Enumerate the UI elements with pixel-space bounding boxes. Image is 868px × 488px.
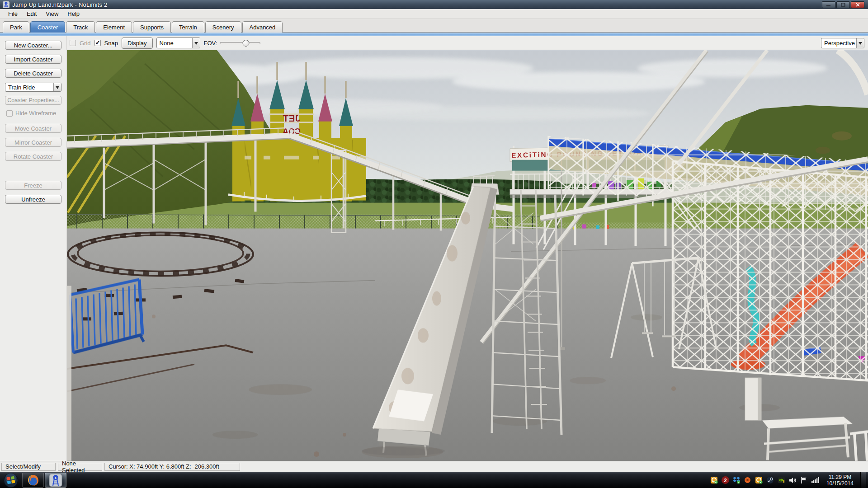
badge-2-icon[interactable]: 2: [722, 476, 729, 484]
accent-strip: [0, 33, 868, 36]
chevron-down-icon: [194, 42, 198, 47]
tab-advanced[interactable]: Advanced: [242, 21, 283, 33]
dropdown-arrow-button[interactable]: [53, 83, 61, 91]
dropdown-arrow-button[interactable]: [856, 38, 864, 48]
system-tray: 2: [710, 472, 868, 488]
maximize-icon: [841, 3, 845, 7]
tab-supports[interactable]: Supports: [133, 21, 171, 33]
steam-icon[interactable]: [766, 476, 774, 484]
badge-count: 2: [724, 478, 726, 483]
menu-view[interactable]: View: [41, 9, 63, 18]
origin-dot-icon[interactable]: [744, 476, 752, 484]
tab-element[interactable]: Element: [96, 21, 132, 33]
status-mode: Select/Modify: [1, 463, 56, 471]
show-desktop-button[interactable]: [860, 472, 866, 488]
hide-wireframe-label: Hide Wireframe: [15, 110, 56, 117]
menu-help[interactable]: Help: [63, 9, 84, 18]
mirror-coaster-button[interactable]: Mirror Coaster: [5, 138, 61, 147]
taskbar-nolimits2-button[interactable]: [45, 473, 66, 488]
tab-coaster[interactable]: Coaster: [30, 21, 66, 33]
delete-coaster-button[interactable]: Delete Coaster: [5, 69, 61, 78]
coaster-select-value: Train Ride: [5, 84, 35, 91]
grid-label: Grid: [80, 40, 91, 47]
nvidia-icon[interactable]: [778, 476, 786, 484]
selection-dropdown-value: None: [157, 40, 174, 47]
fov-label: FOV:: [204, 40, 217, 47]
taskbar-clock[interactable]: 11:29 PM 10/15/2014: [823, 474, 857, 487]
nolimits2-icon: [49, 474, 62, 487]
view-mode-value: Perspective: [821, 40, 855, 47]
selection-dropdown[interactable]: None: [156, 38, 200, 48]
close-icon: [856, 3, 860, 7]
nolimits2-window: Jamp Up Land.nl2park - NoLimits 2 File E…: [0, 0, 868, 488]
minimize-icon: [826, 3, 831, 7]
clock-date: 10/15/2014: [826, 480, 854, 487]
hide-wireframe-checkbox[interactable]: [6, 110, 13, 117]
snap-label: Snap: [104, 40, 118, 47]
chevron-down-icon: [859, 42, 862, 47]
import-coaster-button[interactable]: Import Coaster: [5, 55, 61, 64]
status-cursor-coordinates: Cursor: X: 74.900ft Y: 6.800ft Z: -206.3…: [104, 463, 240, 471]
fov-slider-track: [220, 42, 260, 44]
coaster-properties-button[interactable]: Coaster Properties...: [5, 96, 61, 105]
freeze-button[interactable]: Freeze: [5, 181, 61, 190]
clock-time: 11:29 PM: [826, 474, 854, 480]
window-title: Jamp Up Land.nl2park - NoLimits 2: [12, 1, 107, 8]
origin-icon[interactable]: [710, 476, 718, 484]
move-coaster-button[interactable]: Move Coaster: [5, 124, 61, 133]
app-icon: [3, 1, 9, 8]
menu-bar: File Edit View Help: [0, 9, 868, 19]
close-button[interactable]: [851, 1, 864, 8]
tab-terrain[interactable]: Terrain: [172, 21, 204, 33]
snap-checkbox[interactable]: [94, 40, 101, 46]
volume-icon[interactable]: [789, 476, 797, 484]
tab-bar: Park Coaster Track Element Supports Terr…: [0, 19, 868, 33]
fov-slider[interactable]: [220, 40, 260, 47]
title-bar: Jamp Up Land.nl2park - NoLimits 2: [0, 0, 868, 9]
svg-text:JET: JET: [283, 113, 301, 123]
coaster-select-dropdown[interactable]: Train Ride: [5, 83, 61, 92]
3d-viewport[interactable]: JET COA: [67, 50, 868, 461]
action-center-flag-icon[interactable]: [800, 476, 808, 484]
tab-park[interactable]: Park: [3, 21, 29, 33]
rotate-coaster-button[interactable]: Rotate Coaster: [5, 152, 61, 161]
firefox-icon: [26, 474, 40, 487]
origin-icon-2[interactable]: [755, 476, 763, 484]
grid-checkbox[interactable]: [70, 40, 76, 46]
windows-taskbar: 2: [0, 472, 868, 488]
view-toolbar: Grid Snap Display None FOV: Perspective: [67, 36, 868, 50]
chevron-down-icon: [56, 86, 59, 91]
tab-track[interactable]: Track: [66, 21, 95, 33]
windows-logo-icon: [3, 473, 19, 488]
network-icon[interactable]: [811, 476, 820, 484]
menu-edit[interactable]: Edit: [22, 9, 41, 18]
unfreeze-button[interactable]: Unfreeze: [5, 195, 61, 204]
tab-scenery[interactable]: Scenery: [205, 21, 241, 33]
taskbar-firefox-button[interactable]: [22, 473, 44, 488]
park-scene: JET COA: [67, 50, 868, 461]
minimize-button[interactable]: [822, 1, 835, 8]
view-mode-dropdown[interactable]: Perspective: [821, 38, 864, 48]
hide-wireframe-row: Hide Wireframe: [6, 110, 66, 117]
new-coaster-button[interactable]: New Coaster...: [5, 41, 61, 50]
maximize-button[interactable]: [836, 1, 850, 8]
display-button[interactable]: Display: [122, 38, 153, 49]
fov-slider-thumb[interactable]: [243, 40, 250, 47]
edge-structure: [67, 286, 71, 461]
dropbox-icon[interactable]: [732, 476, 741, 484]
status-bar: Select/Modify None Selected Cursor: X: 7…: [0, 461, 868, 472]
start-button[interactable]: [0, 472, 22, 488]
coaster-sidebar: New Coaster... Import Coaster Delete Coa…: [0, 36, 67, 461]
status-selection: None Selected: [58, 463, 102, 471]
menu-file[interactable]: File: [4, 9, 22, 18]
dropdown-arrow-button[interactable]: [192, 38, 200, 48]
